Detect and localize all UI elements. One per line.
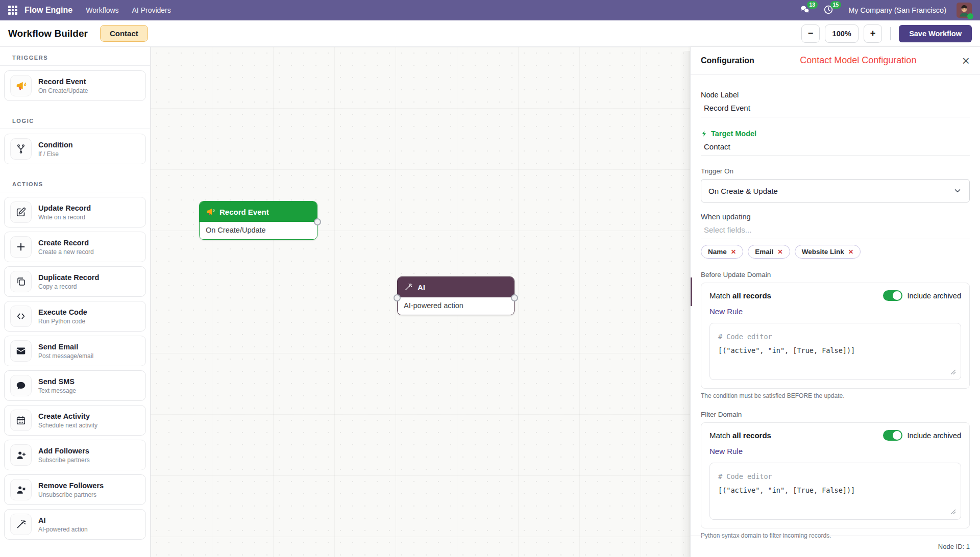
resize-handle-icon[interactable]: [950, 509, 956, 515]
new-rule-link[interactable]: New Rule: [709, 447, 961, 455]
palette-item-desc: Unsubscribe partners: [38, 491, 104, 498]
trigger-on-label: Trigger On: [701, 167, 970, 175]
code-comment: # Code editor: [718, 330, 952, 344]
palette-item-remove-followers[interactable]: Remove Followers Unsubscribe partners: [4, 474, 146, 505]
zoom-in-button[interactable]: +: [864, 24, 882, 43]
workflow-toolbar: Workflow Builder Contact − 100% + Save W…: [0, 20, 980, 47]
fork-icon: [10, 138, 32, 160]
nav-item-ai-providers[interactable]: AI Providers: [132, 6, 171, 14]
panel-footer: Node ID: 1: [691, 536, 980, 557]
tag-label: Email: [755, 248, 773, 256]
palette-item-label: Add Followers: [38, 446, 90, 455]
palette-item-send-email[interactable]: Send Email Post message/email: [4, 336, 146, 366]
speech-bubble-icon: [10, 375, 32, 396]
before-update-domain-card: Match all records Include archived New R…: [701, 283, 970, 389]
match-records-text: Match all records: [709, 291, 771, 300]
node-ai-input-port[interactable]: [394, 294, 401, 301]
node-record-event-output-port[interactable]: [314, 218, 321, 225]
edit-icon: [10, 201, 32, 223]
apps-grid-icon[interactable]: [8, 6, 17, 15]
palette-item-desc: AI-powered action: [38, 526, 88, 533]
remove-tag-icon[interactable]: ✕: [777, 248, 782, 256]
match-records-text: Match all records: [709, 431, 771, 440]
user-plus-icon: [10, 444, 32, 466]
palette-item-desc: Copy a record: [38, 283, 99, 290]
new-rule-link[interactable]: New Rule: [709, 307, 961, 316]
palette-item-desc: Post message/email: [38, 352, 93, 360]
user-x-icon: [10, 479, 32, 500]
calendar-icon: [10, 410, 32, 431]
node-subtitle: On Create/Update: [200, 222, 317, 239]
palette-item-add-followers[interactable]: Add Followers Subscribe partners: [4, 440, 146, 470]
user-avatar[interactable]: [957, 3, 972, 18]
panel-subtitle: Contact Model Configuration: [754, 55, 962, 66]
panel-title: Configuration: [701, 56, 754, 65]
top-nav: Flow Engine Workflows AI Providers 13 15…: [0, 0, 980, 20]
node-record-event[interactable]: Record Event On Create/Update: [199, 201, 317, 240]
field-tag-name[interactable]: Name ✕: [701, 245, 743, 259]
palette-item-label: Send SMS: [38, 377, 76, 386]
filter-domain-card: Match all records Include archived New R…: [701, 422, 970, 528]
palette-item-desc: Text message: [38, 387, 76, 394]
palette-item-create-activity[interactable]: Create Activity Schedule next activity: [4, 405, 146, 436]
activities-badge: 15: [830, 1, 842, 9]
remove-tag-icon[interactable]: ✕: [848, 248, 853, 256]
palette-item-label: Remove Followers: [38, 481, 104, 490]
field-tag-email[interactable]: Email ✕: [748, 245, 790, 259]
palette-item-duplicate-record[interactable]: Duplicate Record Copy a record: [4, 266, 146, 297]
activities-button[interactable]: 15: [823, 4, 836, 16]
toolbar-divider: [890, 27, 891, 40]
megaphone-icon: [10, 75, 32, 96]
palette-item-send-sms[interactable]: Send SMS Text message: [4, 370, 146, 401]
target-model-label: Target Model: [701, 130, 970, 138]
online-status-dot: [967, 13, 973, 19]
filter-domain-label: Filter Domain: [701, 411, 970, 418]
node-label-input[interactable]: [701, 99, 970, 117]
filter-domain-code-editor[interactable]: # Code editor [("active", "in", [True, F…: [709, 463, 961, 520]
nav-item-workflows[interactable]: Workflows: [86, 6, 118, 14]
node-subtitle: AI-powered action: [398, 297, 514, 315]
include-archived-toggle[interactable]: [883, 430, 902, 441]
megaphone-icon: [206, 207, 215, 216]
tag-label: Website Link: [802, 248, 844, 256]
palette-item-label: AI: [38, 516, 88, 525]
palette-item-update-record[interactable]: Update Record Write on a record: [4, 197, 146, 227]
palette-item-create-record[interactable]: Create Record Create a new record: [4, 232, 146, 262]
remove-tag-icon[interactable]: ✕: [731, 248, 736, 256]
code-value: [("active", "in", [True, False])]: [718, 344, 952, 358]
selected-fields-tags: Name ✕ Email ✕ Website Link ✕: [701, 245, 970, 259]
palette-item-execute-code[interactable]: Execute Code Run Python code: [4, 301, 146, 332]
trigger-on-select[interactable]: On Create & Update: [701, 179, 970, 202]
canvas-scrollbar[interactable]: [680, 51, 690, 557]
model-badge[interactable]: Contact: [100, 25, 148, 42]
target-model-input[interactable]: [701, 138, 970, 156]
node-ai-header: AI: [398, 277, 514, 297]
edge-record-to-ai: [151, 47, 304, 123]
update-fields-input[interactable]: [701, 221, 970, 239]
app-name[interactable]: Flow Engine: [24, 6, 72, 15]
panel-scrollbar-thumb[interactable]: [691, 277, 692, 306]
palette-item-condition[interactable]: Condition If / Else: [4, 134, 146, 164]
before-update-code-editor[interactable]: # Code editor [("active", "in", [True, F…: [709, 323, 961, 380]
node-ai-output-port[interactable]: [511, 294, 518, 301]
palette-item-label: Send Email: [38, 342, 93, 351]
when-updating-label: When updating: [701, 213, 970, 221]
palette-item-record-event[interactable]: Record Event On Create/Update: [4, 70, 146, 101]
field-tag-website-link[interactable]: Website Link ✕: [795, 245, 861, 259]
code-value: [("active", "in", [True, False])]: [718, 484, 952, 497]
node-ai[interactable]: AI AI-powered action: [397, 276, 514, 315]
close-icon[interactable]: ×: [962, 54, 970, 67]
code-comment: # Code editor: [718, 470, 952, 484]
workflow-canvas[interactable]: Record Event On Create/Update AI AI-powe…: [151, 47, 690, 557]
zoom-out-button[interactable]: −: [801, 24, 820, 43]
include-archived-toggle[interactable]: [883, 290, 902, 301]
resize-handle-icon[interactable]: [950, 369, 956, 375]
palette-item-desc: If / Else: [38, 150, 73, 158]
palette-item-label: Create Activity: [38, 412, 97, 421]
company-switcher[interactable]: My Company (San Francisco): [848, 6, 946, 14]
messages-button[interactable]: 13: [799, 4, 813, 16]
palette-item-label: Condition: [38, 140, 73, 149]
palette-item-ai[interactable]: AI AI-powered action: [4, 509, 146, 540]
palette-item-desc: Run Python code: [38, 318, 87, 325]
save-workflow-button[interactable]: Save Workflow: [899, 25, 972, 42]
